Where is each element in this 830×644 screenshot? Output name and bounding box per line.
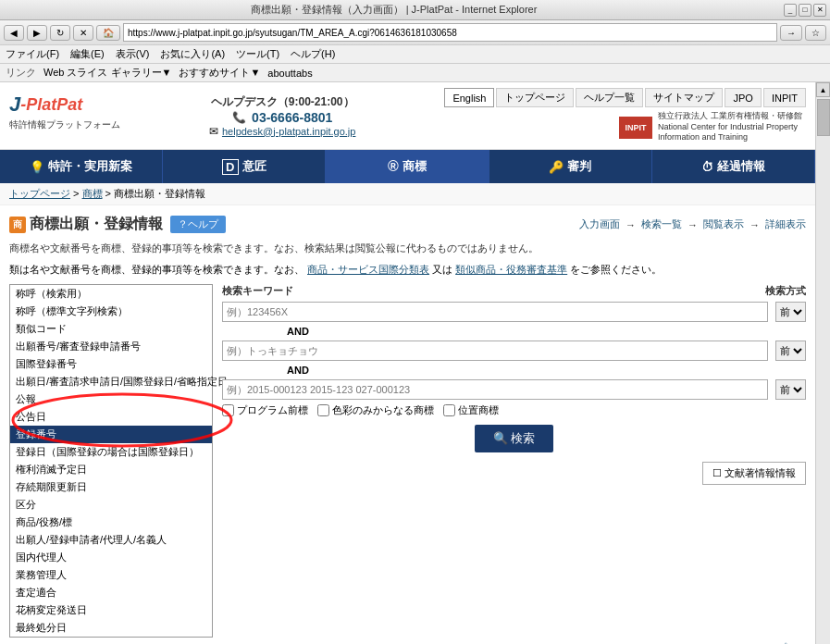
scroll-up-btn[interactable]: ▲	[816, 82, 830, 97]
dropdown-item-16[interactable]: 業務管理人	[10, 566, 212, 584]
search-input-2[interactable]	[222, 341, 768, 361]
mode-select-2[interactable]: 前	[775, 341, 806, 361]
checkbox-program[interactable]: プログラム前標	[222, 403, 308, 417]
header-right: English トップページ ヘルプ一覧 サイトマップ JPO INPIT IN…	[444, 88, 806, 143]
dropdown-item-14[interactable]: 出願人/登録申請者/代理人/名義人	[10, 531, 212, 549]
favorites-button[interactable]: ☆	[805, 25, 826, 41]
view-input[interactable]: 入力画面	[579, 217, 620, 231]
dropdown-item-7[interactable]: 公告日	[10, 408, 212, 426]
search-button[interactable]: 🔍 検索	[475, 425, 554, 452]
breadcrumb-home[interactable]: トップページ	[9, 188, 70, 199]
menu-help[interactable]: ヘルプ(H)	[291, 47, 335, 61]
category-link2[interactable]: 類似商品・役務審査基準	[455, 264, 567, 275]
dropdown-item-0[interactable]: 称呼（検索用）	[10, 285, 212, 303]
patent-icon: 💡	[30, 160, 44, 174]
top-page-button[interactable]: トップページ	[496, 88, 574, 107]
back-button[interactable]: ◀	[4, 25, 24, 41]
go-button[interactable]: →	[780, 25, 802, 41]
category-note: 類は名や文献番号を商標、登録的事項等を検索できます。なお、 商品・サービス国際分…	[9, 263, 806, 277]
english-button[interactable]: English	[444, 88, 494, 107]
nav-design[interactable]: D 意匠	[163, 150, 326, 183]
checkbox-position-input[interactable]	[443, 404, 455, 416]
help-button[interactable]: ？ヘルプ	[170, 216, 226, 233]
main-content: 商 商標出願・登録情報 ？ヘルプ 入力画面 → 検索一覧 → 閲覧表示 → 詳細…	[0, 205, 815, 644]
section-headers: 検索キーワード 検索方式	[222, 284, 806, 298]
design-icon: D	[222, 159, 238, 175]
menu-file[interactable]: ファイル(F)	[6, 47, 59, 61]
dropdown-item-10[interactable]: 権利消滅予定日	[10, 461, 212, 478]
refresh-button[interactable]: ↻	[50, 25, 70, 41]
inpit-button[interactable]: INPIT	[763, 88, 806, 107]
links-recommended[interactable]: おすすめサイト▼	[179, 66, 260, 80]
dropdown-item-4[interactable]: 国際登録番号	[10, 355, 212, 373]
dropdown-item-6[interactable]: 公報	[10, 390, 212, 408]
minimize-btn[interactable]: _	[784, 4, 797, 17]
checkbox-position[interactable]: 位置商標	[443, 403, 499, 417]
search-row-1: 前 完	[222, 302, 806, 322]
search-panel: 検索キーワード 検索方式 前 完	[222, 284, 806, 638]
view-list[interactable]: 検索一覧	[641, 217, 682, 231]
scroll-track[interactable]	[816, 97, 830, 644]
dropdown-item-9[interactable]: 登録日（国際登録の場合は国際登録日）	[10, 443, 212, 461]
logo-image: J -PlatPat 特許情報プラットフォーム	[9, 93, 120, 139]
view-full[interactable]: 詳細表示	[765, 217, 806, 231]
menu-view[interactable]: 表示(V)	[116, 47, 150, 61]
checkbox-position-label: 位置商標	[458, 403, 499, 417]
menu-edit[interactable]: 編集(E)	[70, 47, 105, 61]
email-link[interactable]: helpdesk@j-platpat.inpit.go.jp	[222, 126, 355, 137]
search-input-3[interactable]	[222, 379, 768, 400]
menu-tools[interactable]: ツール(T)	[236, 47, 279, 61]
dropdown-item-1[interactable]: 称呼（標準文字列検索）	[10, 303, 212, 320]
view-detail[interactable]: 閲覧表示	[703, 217, 744, 231]
nav-trial[interactable]: 🔑 審判	[489, 150, 652, 183]
dropdown-item-2[interactable]: 類似コード	[10, 320, 212, 338]
checkbox-program-input[interactable]	[222, 404, 234, 416]
doc-info-button[interactable]: ☐ 文献著情報情報	[702, 462, 806, 485]
mode-select-3[interactable]: 前	[775, 379, 806, 400]
site-header: J -PlatPat 特許情報プラットフォーム ヘルプデスク（9:00-21:0…	[0, 82, 815, 150]
address-bar[interactable]	[123, 23, 777, 42]
dropdown-item-8[interactable]: 登録番号	[10, 426, 212, 443]
checkbox-color-label: 色彩のみからなる商標	[332, 403, 434, 417]
category-link1[interactable]: 商品・サービス国際分類表	[307, 264, 429, 275]
dropdown-item-18[interactable]: 花柄変定発送日	[10, 601, 212, 619]
checkbox-color[interactable]: 色彩のみからなる商標	[317, 403, 434, 417]
menu-favorites[interactable]: お気に入り(A)	[160, 47, 225, 61]
checkbox-color-input[interactable]	[317, 404, 329, 416]
links-about[interactable]: abouttabs	[267, 68, 312, 79]
nav-trademark[interactable]: ® 商標	[326, 150, 489, 183]
breadcrumb-trademark[interactable]: 商標	[82, 188, 103, 199]
jpo-button[interactable]: JPO	[725, 88, 761, 107]
inpit-badge: INPIT	[619, 117, 652, 139]
links-gallery[interactable]: Web スライス ギャラリー▼	[43, 66, 171, 80]
nav-patent[interactable]: 💡 特許・実用新案	[0, 150, 163, 183]
inpit-logo: INPIT 独立行政法人 工業所有権情報・研修館 National Center…	[619, 111, 806, 143]
dropdown-item-15[interactable]: 国内代理人	[10, 549, 212, 566]
window-controls[interactable]: _ □ ✕	[784, 4, 826, 17]
restore-btn[interactable]: □	[799, 4, 811, 17]
forward-button[interactable]: ▶	[27, 25, 47, 41]
close-btn[interactable]: ✕	[813, 4, 826, 17]
mode-select-1[interactable]: 前 完	[775, 302, 806, 322]
search-input-1[interactable]	[222, 302, 768, 322]
browser-titlebar: 商標出願・登録情報（入力画面） | J-PlatPat - Internet E…	[0, 0, 830, 20]
nav-progress[interactable]: ⏱ 経過情報	[652, 150, 815, 183]
home-button[interactable]: 🏠	[96, 25, 120, 41]
dropdown-item-11[interactable]: 存続期限更新日	[10, 478, 212, 496]
stop-button[interactable]: ✕	[73, 25, 93, 41]
scrollbar[interactable]: ▲ ▼	[815, 82, 830, 644]
scroll-thumb[interactable]	[817, 99, 830, 136]
help-list-button[interactable]: ヘルプ一覧	[576, 88, 643, 107]
dropdown-item-12[interactable]: 区分	[10, 496, 212, 514]
dropdown-item-5[interactable]: 出願日/審査請求申請日/国際登録日/省略指定日	[10, 373, 212, 390]
dropdown-item-13[interactable]: 商品/役務/標	[10, 514, 212, 531]
nav-trial-label: 審判	[567, 158, 591, 175]
header-center: ヘルプデスク（9:00-21:00） 📞 03-6666-8801 ✉ help…	[120, 94, 444, 138]
email-icon: ✉	[209, 125, 218, 138]
sitemap-button[interactable]: サイトマップ	[645, 88, 723, 107]
dropdown-item-3[interactable]: 出願番号/審査登録申請番号	[10, 338, 212, 355]
category-note-or: 又は	[432, 264, 455, 275]
browser-title: 商標出願・登録情報（入力画面） | J-PlatPat - Internet E…	[4, 3, 784, 17]
dropdown-item-17[interactable]: 査定適合	[10, 584, 212, 601]
dropdown-item-19[interactable]: 最終処分日	[10, 619, 212, 637]
